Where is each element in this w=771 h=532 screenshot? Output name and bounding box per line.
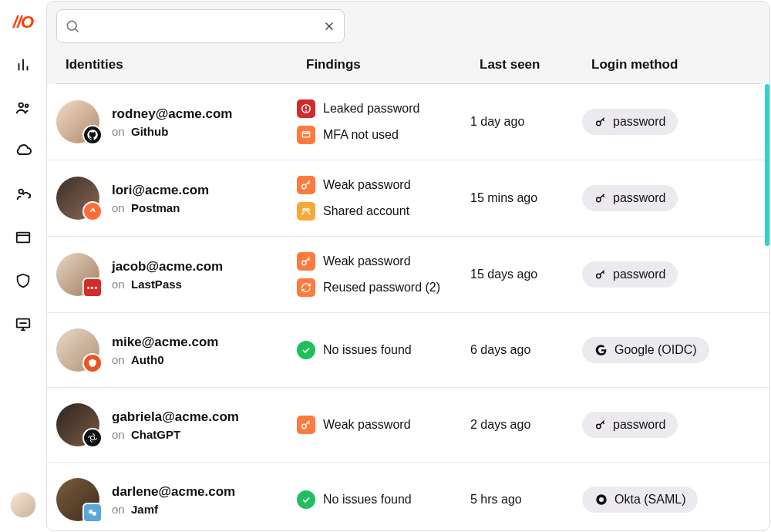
identity-email: darlene@acme.com — [112, 484, 235, 500]
okta-icon — [594, 493, 608, 507]
identity-provider: Github — [131, 125, 168, 138]
identity-provider-line: on Github — [112, 125, 232, 138]
table-row[interactable]: gabriela@acme.com on ChatGPT Weak passwo… — [47, 388, 769, 463]
table-row[interactable]: rodney@acme.com on Github Leaked passwor… — [47, 84, 769, 160]
identity-text: rodney@acme.com on Github — [112, 106, 232, 138]
avatar — [56, 403, 99, 446]
last-seen-cell: 15 days ago — [470, 268, 582, 281]
scrollbar[interactable] — [765, 84, 769, 246]
login-method-label: password — [613, 268, 665, 281]
identity-provider-line: on ChatGPT — [112, 428, 239, 441]
svg-point-12 — [67, 21, 76, 30]
identity-cell: darlene@acme.com on Jamf — [56, 478, 297, 521]
users-icon — [15, 99, 32, 116]
provider-badge-icon — [82, 353, 103, 373]
search-input[interactable] — [80, 20, 322, 33]
nav-cloud[interactable] — [12, 140, 34, 162]
on-label: on — [112, 201, 125, 214]
identity-provider-line: on Jamf — [112, 503, 235, 516]
main-panel: Identities Findings Last seen Login meth… — [46, 1, 770, 531]
finding-icon — [297, 99, 315, 118]
provider-badge-icon — [82, 428, 103, 448]
avatar — [56, 100, 99, 143]
identity-provider: Postman — [131, 201, 180, 214]
findings-cell: Weak password — [297, 416, 470, 434]
last-seen-cell: 15 mins ago — [470, 191, 582, 205]
avatar — [56, 177, 99, 220]
svg-point-34 — [599, 497, 604, 502]
identity-provider: Auth0 — [131, 353, 164, 366]
identity-email: jacob@acme.com — [112, 259, 223, 274]
login-method-pill: password — [582, 185, 678, 211]
identity-text: gabriela@acme.com on ChatGPT — [112, 409, 239, 441]
header-login-method: Login method — [591, 57, 751, 72]
on-label: on — [112, 353, 125, 366]
table-row[interactable]: mike@acme.com on Auth0 No issues found6 … — [47, 313, 769, 388]
nav-dashboard[interactable] — [12, 54, 34, 76]
identity-text: lori@acme.com on Postman — [112, 183, 209, 214]
key-icon — [594, 268, 607, 281]
svg-point-4 — [25, 104, 29, 107]
finding-item: MFA not used — [297, 126, 470, 144]
finding-item: Weak password — [297, 416, 470, 434]
table-row[interactable]: lori@acme.com on Postman Weak password S… — [47, 160, 769, 237]
finding-label: No issues found — [323, 493, 412, 507]
findings-cell: No issues found — [297, 490, 470, 509]
identity-email: rodney@acme.com — [112, 106, 232, 122]
login-method-pill: password — [582, 261, 678, 288]
topbar: Identities Findings Last seen Login meth… — [47, 2, 769, 84]
login-method-pill: password — [582, 412, 678, 438]
on-label: on — [112, 278, 125, 291]
nav-apps[interactable] — [12, 227, 34, 248]
svg-point-23 — [303, 209, 306, 212]
bar-chart-icon — [15, 56, 32, 73]
svg-rect-6 — [17, 233, 30, 243]
svg-point-5 — [19, 190, 24, 194]
identity-cell: gabriela@acme.com on ChatGPT — [56, 403, 297, 446]
identities-list[interactable]: rodney@acme.com on Github Leaked passwor… — [47, 84, 769, 530]
avatar — [56, 328, 99, 372]
key-icon — [594, 419, 607, 431]
identity-provider: Jamf — [131, 503, 158, 516]
identity-text: jacob@acme.com on LastPass — [112, 259, 223, 291]
nav-identity[interactable] — [12, 184, 34, 205]
login-method-label: password — [613, 191, 665, 205]
identity-provider-line: on Postman — [112, 201, 209, 214]
nav-devices[interactable] — [12, 313, 34, 335]
table-row[interactable]: ••• jacob@acme.com on LastPass Weak pass… — [47, 237, 769, 313]
on-label: on — [112, 428, 125, 441]
finding-icon — [297, 416, 315, 434]
finding-item: No issues found — [297, 341, 470, 359]
table-row[interactable]: darlene@acme.com on Jamf No issues found… — [47, 463, 769, 530]
identity-provider: LastPass — [131, 278, 182, 291]
login-method-cell: Google (OIDC) — [582, 337, 760, 363]
finding-item: No issues found — [297, 490, 470, 509]
finding-item: Weak password — [297, 176, 470, 194]
identity-cell: mike@acme.com on Auth0 — [56, 328, 297, 372]
svg-rect-19 — [302, 132, 309, 137]
clear-search-icon[interactable] — [322, 19, 336, 33]
key-icon — [594, 192, 607, 204]
finding-item: Shared account — [297, 202, 470, 221]
table-header: Identities Findings Last seen Login meth… — [56, 43, 760, 84]
findings-cell: Weak password Shared account — [297, 176, 470, 221]
identity-cell: ••• jacob@acme.com on LastPass — [56, 253, 297, 296]
avatar — [56, 478, 99, 521]
search-field[interactable] — [56, 9, 345, 43]
nav-users[interactable] — [12, 97, 34, 119]
sidebar: //O — [0, 0, 46, 532]
nav-security[interactable] — [12, 270, 34, 291]
finding-label: MFA not used — [323, 128, 399, 142]
shield-icon — [15, 272, 32, 289]
finding-icon — [297, 252, 315, 271]
finding-label: Shared account — [323, 204, 409, 218]
last-seen-cell: 6 days ago — [470, 343, 582, 357]
finding-label: Weak password — [323, 178, 411, 192]
key-icon — [594, 116, 607, 128]
user-cloud-icon — [15, 186, 32, 203]
monitor-icon — [15, 315, 32, 332]
login-method-label: password — [613, 418, 665, 432]
current-user-avatar[interactable] — [10, 492, 36, 518]
login-method-label: Okta (SAML) — [614, 493, 685, 507]
provider-badge-icon — [82, 201, 103, 221]
